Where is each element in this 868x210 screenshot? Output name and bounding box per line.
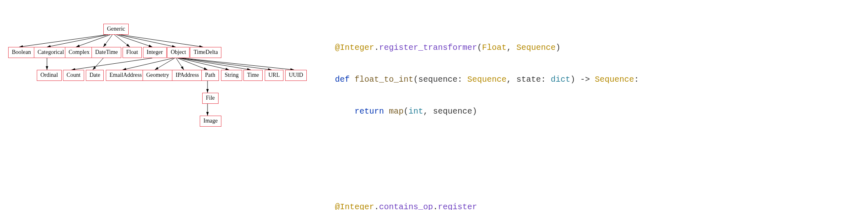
code-block: @Integer.register_transformer(Float, Seq… — [335, 24, 866, 210]
node-ordinal: Ordinal — [37, 70, 62, 81]
node-count: Count — [63, 70, 84, 81]
code-line-3: return map(int, sequence) — [335, 103, 866, 119]
node-timedelta: TimeDelta — [190, 47, 221, 58]
node-ipaddress: IPAddress — [172, 70, 203, 81]
node-object: Object — [167, 47, 190, 58]
node-complex: Complex — [65, 47, 93, 58]
code-line-1: @Integer.register_transformer(Float, Seq… — [335, 40, 866, 56]
node-file: File — [202, 93, 219, 104]
node-string: String — [221, 70, 242, 81]
node-emailaddress: EmailAddress — [106, 70, 145, 81]
code-line-2: def float_to_int(sequence: Sequence, sta… — [335, 71, 866, 87]
node-path: Path — [201, 70, 219, 81]
node-uuid: UUID — [285, 70, 307, 81]
node-categorical: Categorical — [34, 47, 68, 58]
type-hierarchy-diagram: Generic Boolean Categorical Complex Date… — [4, 20, 315, 196]
node-time: Time — [243, 70, 263, 81]
code-line-4 — [335, 135, 866, 151]
node-date: Date — [86, 70, 104, 81]
code-line-5 — [335, 167, 866, 183]
node-image: Image — [200, 116, 221, 127]
code-line-6: @Integer.contains_op.register — [335, 199, 866, 210]
node-geometry: Geometry — [143, 70, 173, 81]
node-generic: Generic — [103, 24, 129, 35]
node-integer: Integer — [143, 47, 167, 58]
node-datetime: DateTime — [91, 47, 121, 58]
node-float: Float — [123, 47, 142, 58]
node-boolean: Boolean — [8, 47, 35, 58]
node-url: URL — [265, 70, 283, 81]
